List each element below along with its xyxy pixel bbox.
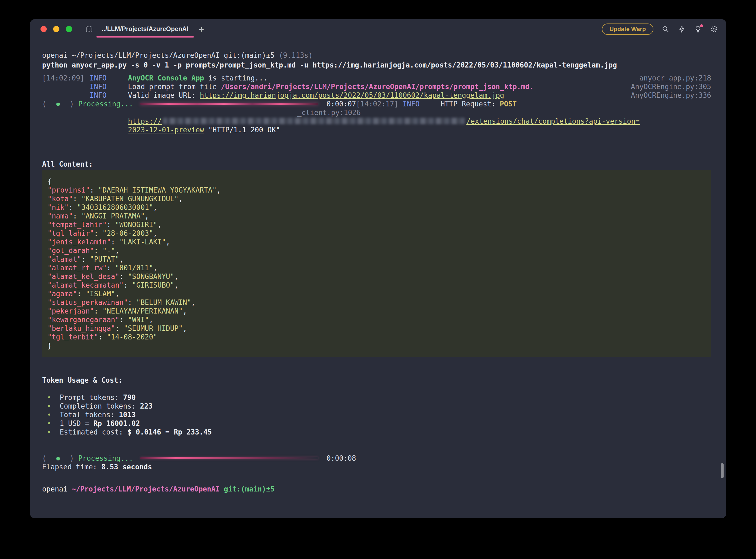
all-content-heading: All Content: [42, 160, 711, 169]
http-status: "HTTP/1.1 200 OK" [204, 126, 280, 134]
active-tab-indicator [96, 36, 194, 38]
new-tab-button[interactable]: + [199, 25, 204, 34]
zoom-window-button[interactable] [66, 26, 72, 32]
json-field: "agama": "ISLAM", [47, 290, 706, 298]
json-field: "jenis_kelamin": "LAKI-LAKI", [47, 238, 706, 246]
elapsed-timer: 0:00:07 [326, 100, 356, 108]
json-field: "alamat_kecamatan": "GIRISUBO", [47, 281, 706, 290]
json-field: "kewarganegaraan": "WNI", [47, 315, 706, 324]
json-field: "alamat_kel_desa": "SONGBANYU", [47, 272, 706, 281]
redacted-host [163, 118, 465, 124]
json-field: "kota": "KABUPATEN GUNUNGKIDUL", [47, 195, 706, 203]
tab-title: ../LLM/Projects/AzureOpenAI [102, 25, 188, 33]
http-url-line-1: https:///extensions/chat/completions?api… [42, 117, 711, 126]
spinner: (●) [42, 454, 74, 463]
log-line-2: INFOLoad prompt from file /Users/andri/P… [42, 82, 711, 91]
token-bullets: • Prompt tokens: 790• Completion tokens:… [42, 393, 711, 437]
source-ref: AnyOCREngine.py:336 [631, 91, 711, 99]
json-open-brace: { [47, 177, 706, 186]
prompt-git: git:(main)±5 [224, 51, 275, 60]
spinner: (●) [42, 99, 74, 108]
close-window-button[interactable] [41, 26, 47, 32]
progress-bar [140, 457, 318, 459]
http-method: POST [500, 100, 517, 108]
log-line-1: [14:02:09]INFOAnyOCR Console App is star… [42, 74, 711, 82]
notification-dot [700, 24, 703, 27]
current-prompt-line: openai ~/Projects/LLM/Projects/AzureOpen… [42, 485, 711, 493]
json-field: "status_perkawinan": "BELUM KAWIN", [47, 298, 706, 307]
json-lines: {"provinsi": "DAERAH ISTIMEWA YOGYAKARTA… [47, 177, 706, 350]
processing-line-2: (●) Processing...0:00:08 [42, 454, 711, 463]
titlebar-controls: Update Warp [602, 23, 718, 35]
command-line: python anyocr_app.py -s 0 -v 1 -p prompt… [42, 61, 711, 69]
minimize-window-button[interactable] [53, 26, 60, 32]
prompt-user: openai [42, 485, 68, 493]
token-bullet: • Estimated cost: $ 0.0146 = Rp 233.45 [47, 428, 711, 437]
json-field: "pekerjaan": "NELAYAN/PERIKANAN", [47, 307, 706, 315]
spinner-dot: ● [56, 454, 60, 463]
elapsed-line: Elapsed time: 8.53 seconds [42, 463, 711, 471]
scrollbar-thumb[interactable] [721, 463, 724, 478]
json-close-brace: } [47, 341, 706, 350]
gear-icon[interactable] [710, 25, 718, 33]
search-icon[interactable] [662, 25, 670, 33]
tab-azureopenai[interactable]: ../LLM/Projects/AzureOpenAI [94, 19, 196, 39]
bookmarks-icon[interactable] [85, 25, 93, 33]
prompt-user: openai [42, 51, 68, 60]
command-text: python anyocr_app.py -s 0 -v 1 -p prompt… [42, 61, 617, 69]
json-field: "alamat": "PUTAT", [47, 255, 706, 264]
json-field: "nik": "3403162806030001", [47, 203, 706, 212]
client-ref-line: _client.py:1026 [42, 108, 711, 117]
processing-line-1: (●) Processing...0:00:07[14:02:17]INFOHT… [42, 99, 711, 108]
terminal-content: openai ~/Projects/LLM/Projects/AzureOpen… [30, 39, 726, 518]
source-ref: _client.py:1026 [297, 109, 361, 117]
prompt-path: ~/Projects/LLM/Projects/AzureOpenAI [72, 51, 220, 60]
elapsed-timer: 0:00:08 [326, 454, 356, 462]
log-line-3: INFOValid image URL: https://img.harianj… [42, 91, 711, 99]
token-bullet: • Total tokens: 1013 [47, 410, 711, 419]
bolt-icon[interactable] [678, 25, 686, 33]
json-field: "nama": "ANGGI PRATAMA", [47, 212, 706, 220]
token-heading: Token Usage & Cost: [42, 376, 711, 384]
json-field: "tgl_lahir": "28-06-2003", [47, 229, 706, 238]
prompt-path: ~/Projects/LLM/Projects/AzureOpenAI [72, 485, 220, 493]
traffic-lights [41, 26, 72, 32]
image-url-link[interactable]: https://img.harianjogja.com/posts/2022/0… [200, 91, 504, 99]
update-warp-button[interactable]: Update Warp [602, 23, 654, 35]
prompt-git: git:(main)±5 [224, 485, 275, 493]
titlebar: ../LLM/Projects/AzureOpenAI + Update War… [30, 19, 726, 39]
json-field: "alamat_rt_rw": "001/011", [47, 264, 706, 272]
previous-prompt-line: openai ~/Projects/LLM/Projects/AzureOpen… [42, 51, 711, 60]
http-url-line-2: 2023-12-01-preview "HTTP/1.1 200 OK" [42, 126, 711, 134]
source-ref: anyocr_app.py:218 [639, 74, 711, 82]
terminal-window: ../LLM/Projects/AzureOpenAI + Update War… [30, 19, 726, 518]
json-codeblock: {"provinsi": "DAERAH ISTIMEWA YOGYAKARTA… [42, 170, 711, 357]
spinner-dot: ● [56, 99, 60, 108]
source-ref: AnyOCREngine.py:305 [631, 82, 711, 91]
json-field: "tempat_lahir": "WONOGIRI", [47, 220, 706, 229]
token-bullet: • Completion tokens: 223 [47, 402, 711, 410]
token-bullet: • 1 USD = Rp 16001.02 [47, 419, 711, 428]
json-field: "berlaku_hingga": "SEUMUR HIDUP", [47, 324, 706, 333]
progress-bar [140, 103, 318, 105]
token-bullet: • Prompt tokens: 790 [47, 393, 711, 402]
prompt-duration: (9.113s) [279, 51, 313, 60]
json-field: "tgl_terbit": "14-08-2020" [47, 333, 706, 341]
bulb-icon[interactable] [694, 25, 702, 33]
json-field: "provinsi": "DAERAH ISTIMEWA YOGYAKARTA"… [47, 186, 706, 195]
json-field: "gol_darah": "-", [47, 246, 706, 255]
